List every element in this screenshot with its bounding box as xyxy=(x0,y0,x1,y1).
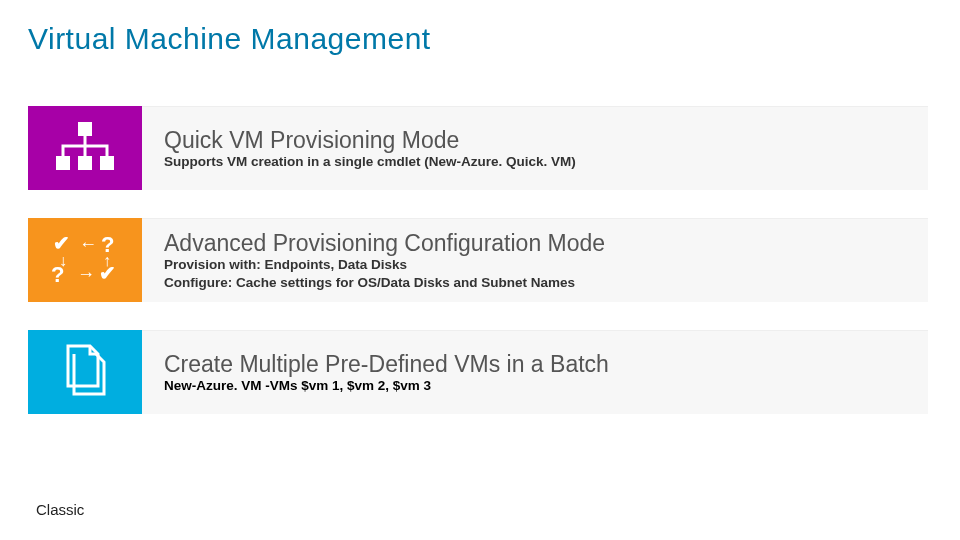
checks-arrows-icon: ✔ ← ? ↓ ↑ ? → ✔ xyxy=(45,230,125,290)
feature-description: Supports VM creation in a single cmdlet … xyxy=(164,153,906,171)
feature-body: Create Multiple Pre-Defined VMs in a Bat… xyxy=(142,330,928,414)
feature-item: Quick VM Provisioning Mode Supports VM c… xyxy=(28,106,928,190)
feature-heading: Advanced Provisioning Configuration Mode xyxy=(164,231,906,256)
page-title: Virtual Machine Management xyxy=(28,22,932,56)
feature-item: ✔ ← ? ↓ ↑ ? → ✔ Advanced Provisioning Co… xyxy=(28,218,928,302)
footer-label: Classic xyxy=(36,501,84,518)
feature-body: Advanced Provisioning Configuration Mode… xyxy=(142,218,928,302)
feature-body: Quick VM Provisioning Mode Supports VM c… xyxy=(142,106,928,190)
documents-icon xyxy=(60,342,110,402)
feature-icon-tile xyxy=(28,106,142,190)
feature-list: Quick VM Provisioning Mode Supports VM c… xyxy=(28,106,932,414)
svg-text:←: ← xyxy=(79,234,97,254)
svg-rect-1 xyxy=(56,156,70,170)
feature-description: Provision with: Endpoints, Data Disks Co… xyxy=(164,256,906,292)
svg-text:✔: ✔ xyxy=(53,232,70,254)
hierarchy-icon xyxy=(52,120,118,176)
slide-page: Virtual Machine Management Quick VM Prov… xyxy=(0,0,960,540)
svg-rect-2 xyxy=(78,156,92,170)
feature-heading: Quick VM Provisioning Mode xyxy=(164,128,906,153)
svg-text:→: → xyxy=(77,264,95,284)
feature-icon-tile xyxy=(28,330,142,414)
feature-icon-tile: ✔ ← ? ↓ ↑ ? → ✔ xyxy=(28,218,142,302)
svg-rect-0 xyxy=(78,122,92,136)
feature-heading: Create Multiple Pre-Defined VMs in a Bat… xyxy=(164,352,906,377)
feature-item: Create Multiple Pre-Defined VMs in a Bat… xyxy=(28,330,928,414)
feature-code: New-Azure. VM -VMs $vm 1, $vm 2, $vm 3 xyxy=(164,377,906,395)
svg-text:✔: ✔ xyxy=(99,262,116,284)
svg-rect-3 xyxy=(100,156,114,170)
svg-text:?: ? xyxy=(51,262,64,286)
